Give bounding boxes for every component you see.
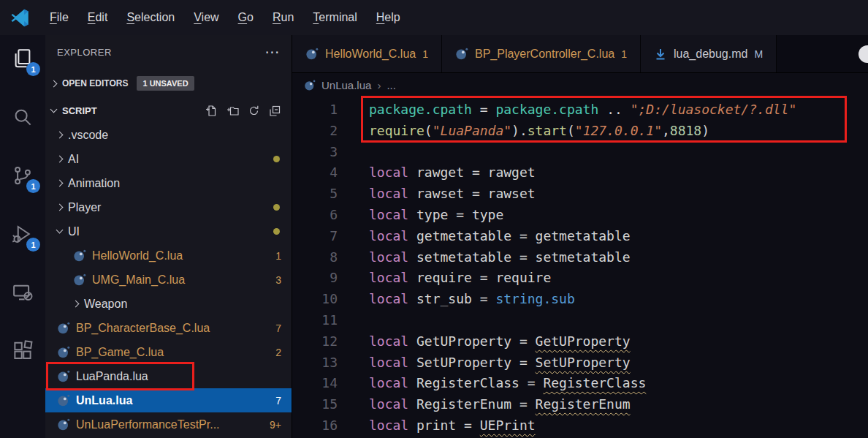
tab-label: lua_debug.md (674, 48, 747, 61)
code-token: string.sub (495, 291, 574, 306)
tree-item-label: Animation (68, 177, 120, 190)
tree-item-UMG_Main_C.lua[interactable]: UMG_Main_C.lua3 (45, 268, 292, 292)
code-content: local getmetatable = getmetatable (338, 226, 631, 247)
more-actions-icon[interactable]: ⋯ (265, 45, 281, 59)
breadcrumb-more[interactable]: ... (387, 79, 396, 91)
code-token: setmetatable = setmetatable (408, 249, 630, 265)
new-file-icon[interactable] (205, 105, 218, 117)
tab-BP_PlayerController_C.lua[interactable]: BP_PlayerController_C.lua1 (442, 35, 641, 72)
activity-explorer[interactable]: 1 (5, 41, 40, 76)
activity-source-control[interactable]: 1 (5, 158, 40, 193)
breadcrumb-file[interactable]: UnLua.lua (321, 79, 371, 91)
code-content: local rawget = rawget (338, 162, 536, 184)
open-editors-row[interactable]: OPEN EDITORS 1 UNSAVED (45, 69, 292, 98)
lua-file-icon (57, 322, 70, 335)
code-content: local print = UEPrint (338, 415, 536, 437)
code-token: local (369, 228, 408, 243)
menu-selection[interactable]: Selection (117, 8, 184, 27)
tree-item-Player[interactable]: Player (45, 195, 292, 219)
line-number: 13 (292, 352, 338, 374)
menu-view[interactable]: View (184, 8, 228, 27)
tree-item-.vscode[interactable]: .vscode (45, 123, 292, 147)
code-line-9: 9local require = require (292, 268, 868, 289)
code-token: ";D:/luasocket/?.dll" (631, 102, 797, 117)
chevron-right-icon (56, 132, 64, 139)
activity-run-debug[interactable]: 1 (5, 216, 40, 252)
tab-label: HelloWorld_C.lua (325, 48, 416, 61)
code-token: local (369, 186, 408, 201)
tree-item-LuaPanda.lua[interactable]: LuaPanda.lua (45, 364, 292, 388)
line-number: 10 (292, 289, 338, 310)
modified-dot (273, 156, 280, 162)
tree-item-label: Weapon (84, 298, 127, 311)
menu-help[interactable]: Help (367, 8, 410, 27)
code-token: getmetatable = getmetatable (408, 228, 630, 243)
menu-mnemonic: G (238, 11, 247, 23)
line-number: 6 (292, 205, 338, 226)
editor-area: HelloWorld_C.lua1BP_PlayerController_C.l… (292, 35, 868, 438)
menu-file[interactable]: File (40, 8, 78, 27)
tree-item-UnLuaPerformanceTestPr...[interactable]: UnLuaPerformanceTestPr...9+ (45, 412, 292, 437)
code-token: 8818 (670, 123, 701, 138)
code-token: local (369, 396, 408, 412)
code-token: local (369, 207, 408, 222)
tab-badge: M (754, 48, 763, 60)
code-token: "127.0.0.1" (575, 123, 662, 138)
tree-item-label: AI (68, 153, 79, 166)
tree-item-UI[interactable]: UI (45, 219, 292, 243)
open-editors-label: OPEN EDITORS (62, 78, 128, 88)
code-line-15: 15local RegisterEnum = RegisterEnum (292, 394, 868, 415)
tree-item-label: HelloWorld_C.lua (92, 249, 183, 263)
tree-item-label: .vscode (68, 129, 108, 142)
menu-go[interactable]: Go (229, 8, 263, 27)
collapse-all-icon[interactable] (269, 105, 281, 117)
menu-mnemonic: S (126, 11, 134, 23)
code-line-1: 1package.cpath = package.cpath .. ";D:/l… (292, 99, 868, 121)
tree-item-Weapon[interactable]: Weapon (45, 292, 292, 316)
breadcrumb: UnLua.lua › ... (292, 73, 868, 97)
new-folder-icon[interactable] (226, 105, 239, 117)
menu-run[interactable]: Run (263, 8, 303, 27)
refresh-icon[interactable] (248, 105, 260, 117)
tree-item-label: UnLuaPerformanceTestPr... (76, 418, 220, 431)
line-number: 11 (292, 310, 338, 331)
sidebar-header: EXPLORER ⋯ (45, 35, 292, 69)
code-token: rawset = rawset (408, 186, 535, 201)
code-token: local (369, 375, 408, 390)
menu-terminal[interactable]: Terminal (303, 8, 366, 27)
tree-item-BP_Game_C.lua[interactable]: BP_Game_C.lua2 (45, 340, 292, 364)
line-number: 15 (292, 394, 338, 415)
code-token: require = require (408, 270, 551, 285)
overflow-tab-lua-icon[interactable] (859, 45, 868, 63)
activity-extensions[interactable] (5, 333, 40, 369)
menu-bar: FileEditSelectionViewGoRunTerminalHelp (40, 8, 410, 27)
tree-item-BP_CharacterBase_C.lua[interactable]: BP_CharacterBase_C.lua7 (45, 316, 292, 340)
code-content: local rawset = rawset (338, 184, 536, 205)
tree-item-Animation[interactable]: Animation (45, 171, 292, 195)
vscode-window: FileEditSelectionViewGoRunTerminalHelp 1… (0, 0, 868, 438)
code-token: local (369, 333, 408, 349)
code-token: ( (567, 123, 575, 138)
script-section-header[interactable]: SCRIPT (45, 98, 292, 123)
tree-item-HelloWorld_C.lua[interactable]: HelloWorld_C.lua1 (45, 243, 292, 268)
code-token: type = type (408, 207, 503, 222)
problems-badge: 1 (275, 250, 281, 262)
tree-item-UnLua.lua[interactable]: UnLua.lua7 (45, 388, 292, 412)
code-token: local (369, 355, 408, 370)
code-token: UEPrint (480, 418, 536, 433)
tab-lua_debug.md[interactable]: lua_debug.mdM (641, 35, 777, 72)
activity-search[interactable] (5, 99, 40, 135)
activity-remote-explorer[interactable] (5, 275, 40, 310)
tab-HelloWorld_C.lua[interactable]: HelloWorld_C.lua1 (292, 35, 442, 72)
menu-edit[interactable]: Edit (78, 8, 118, 27)
line-number: 8 (292, 247, 338, 268)
lua-file-icon (305, 48, 319, 61)
code-content: local GetUProperty = GetUProperty (338, 331, 631, 352)
line-number: 7 (292, 226, 338, 247)
code-token: RegisterClass = (408, 375, 543, 390)
code-editor[interactable]: 1package.cpath = package.cpath .. ";D:/l… (292, 97, 868, 437)
extensions-icon (12, 340, 34, 362)
code-token: , (662, 123, 670, 138)
line-number: 16 (292, 415, 338, 437)
tree-item-AI[interactable]: AI (45, 147, 292, 171)
